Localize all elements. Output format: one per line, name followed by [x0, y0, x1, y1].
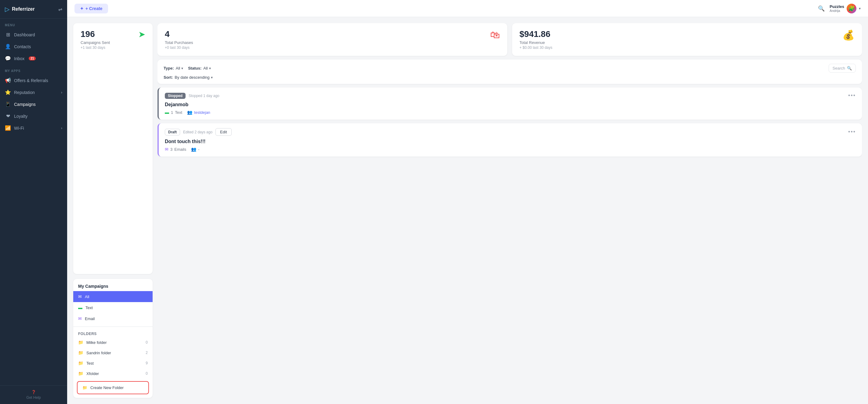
folder-xfolder[interactable]: 📁 Xfolder 0 [73, 368, 153, 379]
sidebar-item-loyalty[interactable]: ❤ Loyalty [0, 110, 67, 122]
campaigns-panel: My Campaigns ✉ All ▬ Text ✉ Email Folder… [73, 279, 153, 398]
stat-revenue-sub: + $0.00 last 30 days [520, 45, 552, 50]
sidebar-item-dashboard[interactable]: ⊞ Dashboard [0, 29, 67, 40]
folder-xfolder-icon: 📁 [78, 371, 83, 376]
text-msg-icon: ▬ [165, 110, 169, 115]
create-folder-icon: 📁 [83, 385, 87, 390]
campaign-card-dont-touch: Draft Edited 2 days ago Edit ••• Dont to… [157, 123, 862, 157]
left-panel: 196 Campaigns Sent +1 last 30 days ➤ My … [73, 23, 153, 398]
campaign-type-text[interactable]: ▬ Text [73, 302, 153, 313]
create-icon: ✦ [80, 6, 84, 11]
folder-test-name: Test [86, 361, 94, 366]
sidebar-toggle[interactable]: ⇌ [58, 6, 62, 12]
user-info: Puzzles Andrija 🧩 ▾ [830, 4, 861, 13]
campaigns-sent-icon: ➤ [138, 29, 145, 39]
sidebar-item-reputation[interactable]: ⭐ Reputation › [0, 86, 67, 98]
help-button[interactable]: ❓ Get Help [0, 385, 67, 404]
stat-purchases-label: Total Purchases [165, 40, 193, 45]
dont-touch-header: Draft Edited 2 days ago Edit ••• [165, 128, 856, 136]
campaign-type-email[interactable]: ✉ Email [73, 313, 153, 324]
help-label: Get Help [26, 396, 40, 400]
offers-icon: 📢 [5, 77, 11, 83]
sidebar-item-contacts[interactable]: 👤 Contacts [0, 40, 67, 53]
campaign-type-email-label: Email [85, 316, 95, 321]
myapps-label: MY APPS [0, 64, 67, 74]
folder-test-count: 9 [146, 361, 148, 365]
sort-chevron: ▾ [211, 75, 213, 80]
user-chevron[interactable]: ▾ [859, 6, 861, 11]
sidebar-item-label: Offers & Referrals [14, 78, 48, 83]
help-icon: ❓ [31, 390, 36, 394]
folder-sandrin-icon: 📁 [78, 350, 83, 355]
folder-sandrin-count: 2 [146, 351, 148, 355]
folder-xfolder-count: 0 [146, 371, 148, 376]
all-icon: ✉ [78, 294, 82, 299]
sidebar-item-label: Reputation [14, 90, 35, 95]
user-avatar[interactable]: 🧩 [847, 4, 857, 13]
dejanmob-contact-link[interactable]: testdejan [194, 110, 210, 115]
sidebar-item-campaigns[interactable]: 📱 Campaigns [0, 98, 67, 110]
campaign-type-all-label: All [85, 294, 89, 299]
sidebar-item-wifi[interactable]: 📶 Wi-Fi › [0, 122, 67, 134]
contacts-icon: 👤 [5, 43, 11, 50]
create-new-folder-button[interactable]: 📁 Create New Folder [77, 381, 149, 394]
status-filter-select[interactable]: All ▾ [203, 66, 211, 70]
dejanmob-texts: ▬ 1 Text [165, 110, 182, 115]
dejanmob-meta: ▬ 1 Text 👥 testdejan [165, 110, 856, 115]
reputation-icon: ⭐ [5, 89, 11, 95]
reputation-arrow: › [61, 90, 62, 95]
folders-label: Folders [73, 329, 153, 337]
folder-test[interactable]: 📁 Test 9 [73, 358, 153, 368]
folder-sandrin[interactable]: 📁 Sandrin folder 2 [73, 347, 153, 358]
folder-test-icon: 📁 [78, 361, 83, 366]
topbar-search-icon[interactable]: 🔍 [818, 5, 825, 12]
campaign-cards-list: Stopped Stopped 1 day ago ••• Dejanmob ▬… [157, 88, 862, 398]
topbar: ✦ + Create 🔍 Puzzles Andrija 🧩 ▾ [67, 0, 868, 17]
stat-revenue-value: $941.86 [520, 29, 552, 39]
stat-purchases-sub: +0 last 30 days [165, 45, 193, 50]
dont-touch-edit-button[interactable]: Edit [215, 128, 231, 136]
create-button[interactable]: ✦ + Create [74, 4, 108, 13]
type-filter-chevron: ▾ [181, 66, 183, 70]
status-filter-label: Status: [188, 66, 202, 70]
divider-1 [73, 327, 153, 327]
status-filter-group: Status: All ▾ [188, 66, 211, 70]
dejanmob-more-button[interactable]: ••• [848, 92, 856, 99]
campaigns-panel-title: My Campaigns [73, 279, 153, 291]
campaigns-icon: 📱 [5, 101, 11, 107]
campaign-type-all[interactable]: ✉ All [73, 291, 153, 302]
sidebar-item-label: Loyalty [14, 114, 28, 119]
main-content: ✦ + Create 🔍 Puzzles Andrija 🧩 ▾ 196 C [67, 0, 868, 404]
sort-select[interactable]: By date descending ▾ [175, 75, 212, 80]
user-group-icon-2: 👥 [191, 147, 196, 152]
dont-touch-email-label: Emails [174, 147, 186, 152]
dejanmob-text-count: 1 [171, 110, 173, 115]
type-filter-group: Type: All ▾ [163, 66, 183, 70]
stat-campaigns-info: 196 Campaigns Sent +1 last 30 days [81, 29, 110, 50]
folder-milke[interactable]: 📁 Milke folder 0 [73, 337, 153, 347]
right-panel: 4 Total Purchases +0 last 30 days 🛍 $941… [157, 23, 862, 398]
sidebar-item-inbox[interactable]: 💬 Inbox 21 [0, 53, 67, 64]
search-box[interactable]: Search 🔍 [829, 64, 856, 73]
dont-touch-contact: 👥 - [191, 147, 199, 152]
dont-touch-more-button[interactable]: ••• [848, 129, 856, 135]
folder-milke-count: 0 [146, 340, 148, 344]
dejanmob-status: Stopped [165, 93, 186, 99]
folder-xfolder-name: Xfolder [86, 371, 99, 376]
topbar-right: 🔍 Puzzles Andrija 🧩 ▾ [818, 4, 861, 13]
email-type-icon: ✉ [78, 316, 82, 321]
type-filter-select[interactable]: All ▾ [176, 66, 183, 70]
logo: ▷ Referrizer [5, 5, 35, 13]
revenue-icon: 💰 [842, 29, 855, 41]
stat-purchases-info: 4 Total Purchases +0 last 30 days [165, 29, 193, 50]
dont-touch-status: Draft [165, 129, 180, 135]
purchases-icon: 🛍 [490, 29, 500, 40]
dont-touch-time: Edited 2 days ago [183, 130, 212, 134]
stat-purchases-value: 4 [165, 29, 193, 39]
status-filter-value: All [203, 66, 208, 70]
sidebar-item-label: Campaigns [14, 102, 36, 107]
sidebar-item-offers[interactable]: 📢 Offers & Referrals [0, 74, 67, 86]
logo-icon: ▷ [5, 5, 9, 13]
user-sub: Andrija [830, 9, 844, 12]
inbox-icon: 💬 [5, 56, 11, 61]
